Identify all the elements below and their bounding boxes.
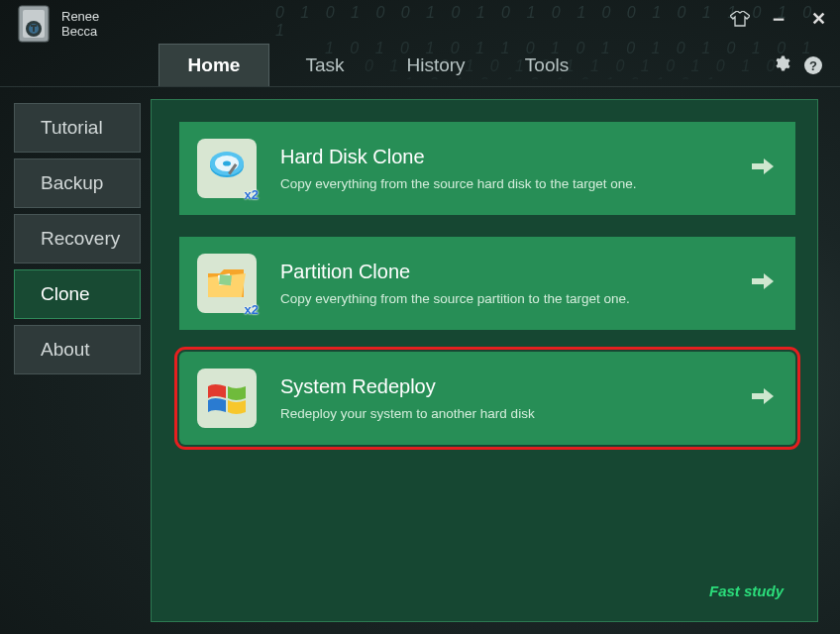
tab-tools[interactable]: Tools	[491, 44, 602, 86]
arrow-right-icon	[752, 387, 774, 409]
card-title: Hard Disk Clone	[280, 146, 752, 168]
card-desc: Copy everything from the source hard dis…	[280, 176, 752, 191]
tab-task[interactable]: Task	[269, 44, 380, 86]
app-title-line1: Renee	[61, 9, 99, 24]
gear-icon[interactable]	[773, 54, 790, 76]
top-tabs: Home Task History Tools ?	[0, 44, 840, 87]
sidebar-item-about[interactable]: About	[14, 325, 141, 374]
svg-rect-4	[31, 25, 37, 27]
hard-disk-icon: x2	[197, 139, 257, 198]
toolbar-icons: ?	[773, 44, 822, 87]
card-desc: Redeploy your system to another hard dis…	[280, 406, 752, 421]
app-logo-icon	[14, 3, 53, 45]
card-text: Partition Clone Copy everything from the…	[280, 261, 752, 306]
svg-rect-5	[33, 27, 35, 32]
sidebar: Tutorial Backup Recovery Clone About	[0, 87, 141, 634]
tab-history[interactable]: History	[380, 44, 491, 86]
skin-icon[interactable]	[730, 11, 750, 27]
card-text: System Redeploy Redeploy your system to …	[280, 375, 752, 421]
titlebar: Renee Becca － ✕	[0, 0, 840, 44]
windows-flag-icon	[197, 369, 257, 428]
card-hard-disk-clone[interactable]: x2 Hard Disk Clone Copy everything from …	[179, 122, 795, 215]
card-title: System Redeploy	[280, 375, 752, 398]
badge-x2: x2	[245, 187, 259, 202]
card-title: Partition Clone	[280, 261, 752, 283]
titlebar-controls: － ✕	[730, 8, 830, 30]
fast-study-link[interactable]: Fast study	[709, 582, 784, 599]
sidebar-item-backup[interactable]: Backup	[14, 158, 141, 208]
app-title: Renee Becca	[61, 9, 99, 39]
close-button[interactable]: ✕	[807, 8, 830, 30]
app-window: 0 1 0 1 0 0 1 0 1 0 1 0 1 0 0 1 0 1 1 0 …	[0, 0, 840, 634]
app-title-line2: Becca	[61, 24, 99, 39]
help-icon[interactable]: ?	[804, 56, 822, 74]
sidebar-item-clone[interactable]: Clone	[14, 269, 141, 319]
sidebar-item-recovery[interactable]: Recovery	[14, 214, 141, 264]
content: x2 Hard Disk Clone Copy everything from …	[141, 87, 840, 634]
minimize-button[interactable]: －	[766, 14, 791, 24]
clone-panel: x2 Hard Disk Clone Copy everything from …	[151, 99, 818, 622]
svg-rect-12	[219, 274, 232, 285]
card-partition-clone[interactable]: x2 Partition Clone Copy everything from …	[179, 237, 795, 330]
tab-home[interactable]: Home	[158, 44, 269, 86]
svg-point-9	[223, 160, 231, 165]
main-area: Tutorial Backup Recovery Clone About	[0, 87, 840, 634]
arrow-right-icon	[752, 272, 774, 294]
card-text: Hard Disk Clone Copy everything from the…	[280, 146, 752, 191]
badge-x2: x2	[245, 302, 259, 317]
card-system-redeploy[interactable]: System Redeploy Redeploy your system to …	[179, 352, 795, 445]
card-desc: Copy everything from the source partitio…	[280, 291, 752, 306]
folder-icon: x2	[197, 254, 257, 313]
sidebar-item-tutorial[interactable]: Tutorial	[14, 103, 141, 153]
arrow-right-icon	[752, 158, 774, 179]
